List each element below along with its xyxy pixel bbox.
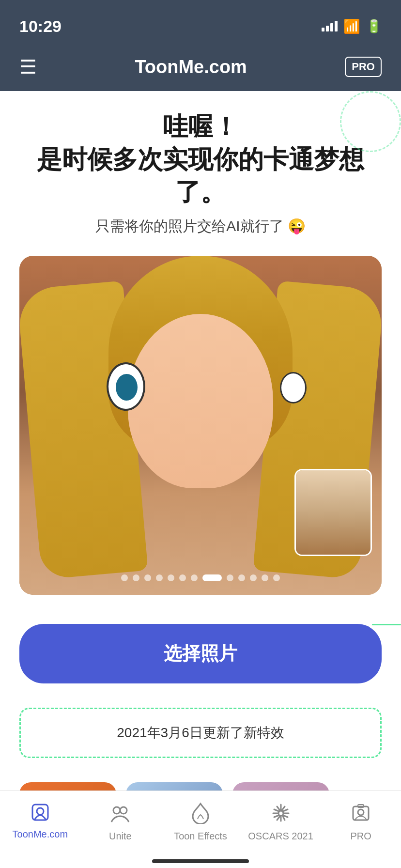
dot-2 (133, 574, 139, 581)
svg-rect-5 (353, 806, 369, 820)
wifi-icon: 📶 (343, 18, 360, 34)
dot-12 (262, 574, 268, 581)
oscars-tab-label: OSCARS 2021 (248, 831, 313, 842)
toonme-tab-icon (31, 803, 50, 825)
carousel-dots (19, 574, 382, 581)
dot-7 (191, 574, 198, 581)
dot-8-active (202, 574, 222, 581)
dot-11 (250, 574, 257, 581)
toon-effects-tab-label: Toon Effects (174, 831, 227, 842)
nav-bar: ☰ ToonMe.com PRO (0, 43, 401, 91)
update-section: 2021年3月6日更新了新特效 (0, 703, 401, 773)
toon-effects-tab-icon (191, 803, 210, 827)
nav-title: ToonMe.com (135, 57, 247, 78)
update-notice-text: 2021年3月6日更新了新特效 (19, 708, 382, 758)
menu-icon[interactable]: ☰ (19, 56, 37, 78)
original-photo-thumbnail (294, 469, 372, 556)
svg-point-4 (278, 811, 283, 816)
status-bar: 10:29 📶 🔋 (0, 0, 401, 43)
image-carousel[interactable] (19, 256, 382, 595)
svg-point-6 (358, 809, 364, 815)
headline-line1: 哇喔！ (19, 110, 382, 143)
tab-oscars[interactable]: OSCARS 2021 (241, 799, 321, 842)
home-indicator (152, 859, 249, 863)
dot-10 (238, 574, 245, 581)
dot-13 (273, 574, 280, 581)
signal-icon (322, 21, 338, 31)
toonme-tab-label: ToonMe.com (13, 829, 68, 840)
unite-tab-label: Unite (109, 831, 132, 842)
battery-icon: 🔋 (366, 19, 382, 34)
svg-point-1 (37, 808, 44, 815)
svg-point-3 (120, 807, 127, 814)
subtitle: 只需将你的照片交给AI就行了 😜 (19, 217, 382, 236)
tab-toonme[interactable]: ToonMe.com (0, 799, 80, 840)
tab-unite[interactable]: Unite (80, 799, 161, 842)
svg-rect-0 (32, 805, 48, 820)
svg-point-2 (113, 807, 120, 814)
dot-9 (227, 574, 233, 581)
headline-line2: 是时候多次实现你的卡通梦想了。 (19, 143, 382, 209)
headline: 哇喔！ 是时候多次实现你的卡通梦想了。 (19, 110, 382, 209)
status-icons: 📶 🔋 (322, 18, 382, 34)
dot-1 (121, 574, 128, 581)
unite-tab-icon (109, 803, 131, 827)
dot-5 (168, 574, 174, 581)
main-content: 哇喔！ 是时候多次实现你的卡通梦想了。 只需将你的照片交给AI就行了 😜 (0, 91, 401, 595)
select-btn-section: 选择照片 (0, 609, 401, 703)
tab-toon-effects[interactable]: Toon Effects (160, 799, 241, 842)
status-time: 10:29 (19, 17, 62, 36)
tab-pro[interactable]: PRO (321, 799, 401, 842)
dot-6 (179, 574, 186, 581)
pro-button[interactable]: PRO (345, 57, 382, 77)
pro-button-label: PRO (352, 61, 375, 73)
dot-4 (156, 574, 163, 581)
tab-bar: ToonMe.com Unite Toon Effects OS (0, 790, 401, 868)
carousel-image (19, 256, 382, 595)
pro-tab-icon (350, 803, 371, 827)
dot-3 (144, 574, 151, 581)
select-photo-button[interactable]: 选择照片 (19, 624, 382, 683)
dashed-indicator (372, 624, 401, 625)
oscars-tab-icon (270, 803, 292, 827)
pro-tab-label: PRO (351, 831, 371, 842)
